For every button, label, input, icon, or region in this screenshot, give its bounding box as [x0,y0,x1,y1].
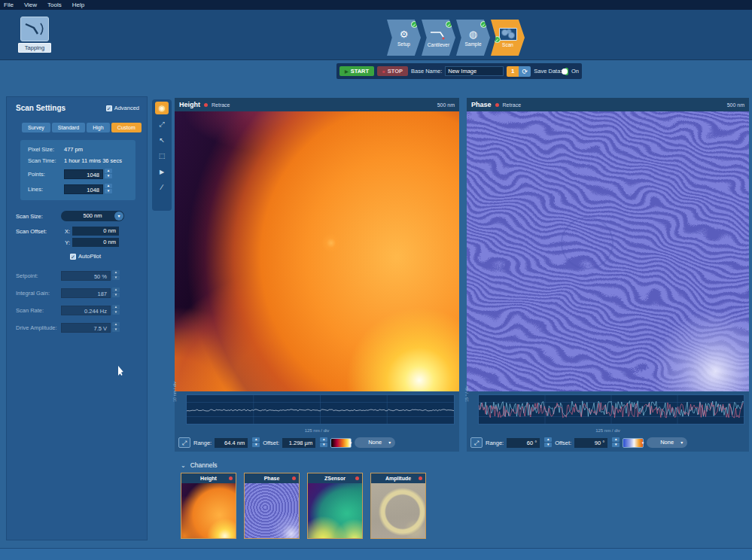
region-select-tool-icon[interactable] [155,149,169,162]
scan-rate-label: Scan Rate: [16,307,61,314]
height-panel-header: Height Retrace 500 nm [175,98,459,111]
spin-up-icon[interactable] [320,437,327,442]
save-data-toggle[interactable] [565,68,568,75]
height-offset-stepper[interactable] [320,437,327,448]
play-icon [345,68,349,75]
integral-gain-stepper [112,288,120,298]
tab-custom[interactable]: Custom [111,123,142,132]
height-scope-plot[interactable] [186,394,455,425]
start-button[interactable]: START [339,66,374,76]
channel-thumbnail-height[interactable]: Height [181,473,236,539]
overlay-dropdown[interactable]: None [355,437,395,448]
spin-down-icon[interactable] [544,443,552,447]
scan-rate-stepper [112,305,120,315]
zoom-extents-tool-icon[interactable] [155,117,169,130]
scan-size-dropdown[interactable]: 500 nm [61,211,124,221]
checkbox-icon [106,105,112,111]
height-range-input[interactable]: 64.4 nm [215,438,248,448]
spin-down-icon[interactable] [252,443,260,447]
tab-survey[interactable]: Survey [22,123,50,132]
height-image[interactable] [175,111,459,391]
scan-time-label: Scan Time: [28,157,64,164]
setpoint-input: 50 % [61,271,111,281]
height-range-stepper[interactable] [252,437,260,448]
stop-icon [382,68,385,75]
line-section-tool-icon[interactable] [155,181,169,193]
colormap-dropdown[interactable] [623,438,644,448]
menu-tools[interactable]: Tools [44,2,69,8]
points-input[interactable]: 1048 [64,169,103,179]
lines-stepper[interactable] [105,184,112,194]
menu-file[interactable]: File [0,2,20,8]
autoscale-icon[interactable] [178,437,190,448]
height-offset-input[interactable]: 1.298 µm [282,438,315,448]
range-label: Range: [486,440,504,446]
channel-thumbnail-phase[interactable]: Phase [244,473,300,539]
workflow-step-cantilever[interactable]: Cantilever [422,20,455,56]
chevron-down-icon [181,462,186,469]
advanced-checkbox[interactable]: Advanced [106,105,139,111]
lines-input[interactable]: 1048 [64,184,103,194]
channels-section-toggle[interactable]: Channels [181,461,218,469]
channel-thumbnail-amplitude[interactable]: Amplitude [370,473,426,539]
spin-down-icon [112,275,120,280]
channel-thumbnail-zsensor[interactable]: ZSensor [307,473,363,539]
scan-control-bar: START STOP Base Name: 1 Save Data: On [336,63,582,79]
channel-label: Height [200,476,217,481]
spin-down-icon[interactable] [105,174,112,178]
phase-range-stepper[interactable] [544,437,552,448]
spin-down-icon[interactable] [320,443,327,447]
spin-up-icon[interactable] [612,437,620,442]
channel-label: ZSensor [324,476,346,481]
drive-amplitude-label: Drive Amplitude: [16,324,61,331]
stop-label: STOP [388,68,403,75]
spin-up-icon[interactable] [105,184,112,188]
menu-help[interactable]: Help [69,2,91,8]
phase-range-input[interactable]: 60 ° [507,438,540,448]
phase-offset-input[interactable]: 90 ° [574,438,607,448]
spin-up-icon[interactable] [252,437,260,442]
imaging-mode-button[interactable]: Tapping [18,17,51,53]
spin-down-icon[interactable] [105,189,112,193]
phase-offset-stepper[interactable] [612,437,620,448]
points-stepper[interactable] [105,169,112,179]
scan-scale-label: 500 nm [437,102,455,108]
phase-scope-plot[interactable] [478,394,744,425]
tab-standard[interactable]: Standard [52,123,85,132]
autopilot-checkbox[interactable]: AutoPilot [70,253,101,260]
base-name-input[interactable] [445,66,504,76]
tab-high[interactable]: High [87,123,109,132]
overlay-dropdown[interactable]: None [647,437,687,448]
spin-up-icon [112,270,120,275]
workflow-step-scan[interactable]: Scan [491,20,525,56]
spin-up-icon [112,322,120,327]
phase-image[interactable] [467,111,749,391]
check-badge-icon [411,21,418,28]
spin-down-icon[interactable] [612,443,620,447]
stop-button[interactable]: STOP [377,66,408,76]
channels-title: Channels [190,461,218,469]
spin-up-icon[interactable] [544,437,552,442]
continuous-scan-icon[interactable] [519,66,531,77]
spin-up-icon [112,288,120,292]
check-badge-icon [494,36,501,43]
menu-view[interactable]: View [20,2,44,8]
frame-count-button[interactable]: 1 [507,66,519,77]
pointer-tool-icon[interactable] [155,133,169,146]
workflow-step-sample[interactable]: ◍ Sample [456,20,490,56]
check-badge-icon [446,21,452,28]
colormap-dropdown[interactable] [330,438,352,448]
scan-settings-title: Scan Settings [16,104,65,112]
view-tool-button[interactable] [155,102,169,114]
height-thumbnail-image [181,483,236,538]
spin-up-icon[interactable] [105,169,112,173]
pixel-size-value: 477 pm [64,146,83,153]
offset-x-input[interactable]: 0 nm [72,227,119,236]
go-to-position-tool-icon[interactable] [155,165,169,178]
offset-y-input[interactable]: 0 nm [72,238,119,247]
scope-x-axis-label: 125 nm / div [467,428,749,433]
autoscale-icon[interactable] [470,437,483,448]
setpoint-label: Setpoint: [16,272,61,279]
offset-y-label: Y: [61,239,70,246]
workflow-step-setup[interactable]: ⚙ Setup [387,20,421,56]
